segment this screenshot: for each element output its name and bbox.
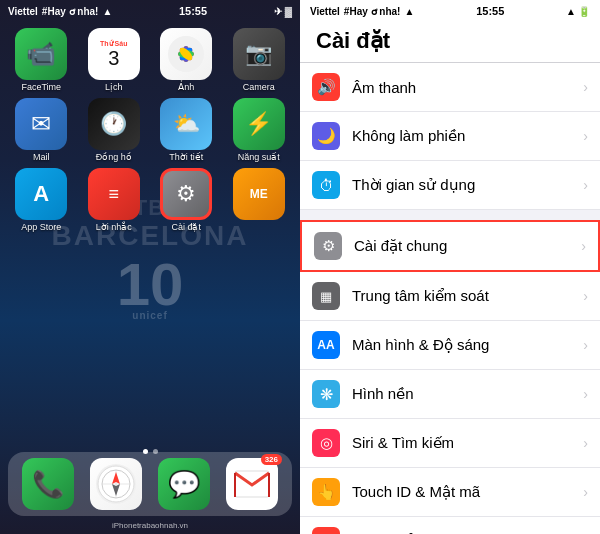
reminders-label: Lời nhắc: [96, 222, 132, 232]
appstore-icon: A: [15, 168, 67, 220]
app-weather[interactable]: ⛅ Thời tiết: [153, 98, 220, 162]
row-trung-tam[interactable]: ▦ Trung tâm kiểm soát ›: [300, 272, 600, 321]
app-battery[interactable]: ⚡ Năng suất: [226, 98, 293, 162]
battery-icon: ⚡: [233, 98, 285, 150]
signal-right: ▲: [566, 6, 576, 17]
timer-icon: ⏱: [319, 177, 334, 194]
dock-gmail[interactable]: 326: [226, 458, 278, 510]
touch-id-icon: 👆: [312, 478, 340, 506]
dock-safari[interactable]: [90, 458, 142, 510]
wallpaper-icon: ❋: [320, 385, 333, 404]
camera-label: Camera: [243, 82, 275, 92]
hashtag: #Hay ơ nha!: [42, 6, 99, 17]
wifi-icon: ▲: [102, 6, 112, 17]
airplane-icon: ✈: [274, 6, 282, 17]
calendar-num: 3: [108, 48, 119, 68]
dock-messages[interactable]: 💬: [158, 458, 210, 510]
row-am-thanh[interactable]: 🔊 Âm thanh ›: [300, 63, 600, 112]
hinh-nen-chevron: ›: [583, 386, 588, 402]
cai-dat-chung-label: Cài đặt chung: [354, 237, 577, 255]
messi-number: 10: [117, 250, 184, 319]
weather-label: Thời tiết: [169, 152, 203, 162]
battery-left: ▓: [285, 6, 292, 17]
settings-list: 🔊 Âm thanh › 🌙 Không làm phiền › ⏱ Thời …: [300, 63, 600, 534]
clock-icon: 🕐: [88, 98, 140, 150]
appstore-label: App Store: [21, 222, 61, 232]
spacer-1: [300, 210, 600, 220]
settings-header: Cài đặt: [300, 22, 600, 63]
extra-icon: ME: [233, 168, 285, 220]
mail-icon: ✉: [15, 98, 67, 150]
touch-id-label: Touch ID & Mật mã: [352, 483, 579, 501]
facetime-icon: 📹: [15, 28, 67, 80]
app-reminders[interactable]: ≡ Lời nhắc: [81, 168, 148, 232]
am-thanh-label: Âm thanh: [352, 79, 579, 96]
right-status-icons: ✈ ▓: [274, 6, 292, 17]
trung-tam-label: Trung tâm kiểm soát: [352, 287, 579, 305]
display-icon: AA: [317, 338, 334, 352]
app-facetime[interactable]: 📹 FaceTime: [8, 28, 75, 92]
speaker-icon: 🔊: [317, 78, 336, 96]
app-appstore[interactable]: A App Store: [8, 168, 75, 232]
wifi-right: ▲: [404, 6, 414, 17]
siri-circle-icon: ◎: [320, 434, 333, 452]
row-man-hinh[interactable]: AA Màn hình & Độ sáng ›: [300, 321, 600, 370]
app-calendar[interactable]: Thứ Sáu 3 Lịch: [81, 28, 148, 92]
man-hinh-label: Màn hình & Độ sáng: [352, 336, 579, 354]
settings-panel: Viettel #Hay ơ nha! ▲ 15:55 ▲ 🔋 Cài đặt …: [300, 0, 600, 534]
man-hinh-chevron: ›: [583, 337, 588, 353]
mail-label: Mail: [33, 152, 50, 162]
siri-icon: ◎: [312, 429, 340, 457]
app-extra[interactable]: ME: [226, 168, 293, 232]
reminders-icon: ≡: [88, 168, 140, 220]
dock-phone[interactable]: 📞: [22, 458, 74, 510]
am-thanh-icon: 🔊: [312, 73, 340, 101]
battery-icon-right: 🔋: [578, 6, 590, 17]
clock-label: Đồng hồ: [96, 152, 132, 162]
weather-icon: ⛅: [160, 98, 212, 150]
row-khong-lam-phien[interactable]: 🌙 Không làm phiền ›: [300, 112, 600, 161]
status-bar-right: Viettel #Hay ơ nha! ▲ 15:55 ▲ 🔋: [300, 0, 600, 22]
moon-icon: 🌙: [317, 127, 336, 145]
photos-label: Ảnh: [178, 82, 194, 92]
carrier-name: Viettel: [8, 6, 38, 17]
row-siri[interactable]: ◎ Siri & Tìm kiếm ›: [300, 419, 600, 468]
settings-title: Cài đặt: [316, 28, 584, 54]
home-screen: FUTBOL BARCELONA 10 unicef Viettel #Hay …: [0, 0, 300, 534]
carrier-right: Viettel #Hay ơ nha! ▲: [310, 6, 414, 17]
settings-icon: ⚙: [160, 168, 212, 220]
app-photos[interactable]: Ảnh: [153, 28, 220, 92]
row-sos[interactable]: SOS SOS khẩn cấp ›: [300, 517, 600, 534]
calendar-label: Lịch: [105, 82, 123, 92]
khong-lam-phien-icon: 🌙: [312, 122, 340, 150]
facetime-label: FaceTime: [21, 82, 61, 92]
watermark: iPhonetrabaohnah.vn: [0, 521, 300, 530]
row-cai-dat-chung[interactable]: ⚙ Cài đặt chung ›: [300, 220, 600, 272]
trung-tam-icon: ▦: [312, 282, 340, 310]
carrier-name-right: Viettel: [310, 6, 340, 17]
photos-icon: [160, 28, 212, 80]
app-mail[interactable]: ✉ Mail: [8, 98, 75, 162]
touch-id-chevron: ›: [583, 484, 588, 500]
cai-dat-chung-icon: ⚙: [314, 232, 342, 260]
app-camera[interactable]: 📷 Camera: [226, 28, 293, 92]
app-grid: 📹 FaceTime Thứ Sáu 3 Lịch: [8, 28, 292, 232]
time-left: 15:55: [179, 5, 207, 17]
khong-lam-phien-chevron: ›: [583, 128, 588, 144]
sos-icon: SOS: [312, 527, 340, 534]
thoi-gian-icon: ⏱: [312, 171, 340, 199]
camera-icon: 📷: [233, 28, 285, 80]
gmail-badge: 326: [261, 454, 282, 465]
siri-chevron: ›: [583, 435, 588, 451]
app-settings[interactable]: ⚙ Cài đặt: [153, 168, 220, 232]
calendar-icon: Thứ Sáu 3: [88, 28, 140, 80]
gear-icon: ⚙: [322, 237, 335, 255]
row-touch-id[interactable]: 👆 Touch ID & Mật mã ›: [300, 468, 600, 517]
time-right: 15:55: [476, 5, 504, 17]
battery-right: ▲ 🔋: [566, 6, 590, 17]
battery-label: Năng suất: [238, 152, 280, 162]
row-hinh-nen[interactable]: ❋ Hình nền ›: [300, 370, 600, 419]
row-thoi-gian[interactable]: ⏱ Thời gian sử dụng ›: [300, 161, 600, 210]
khong-lam-phien-label: Không làm phiền: [352, 127, 579, 145]
app-clock[interactable]: 🕐 Đồng hồ: [81, 98, 148, 162]
